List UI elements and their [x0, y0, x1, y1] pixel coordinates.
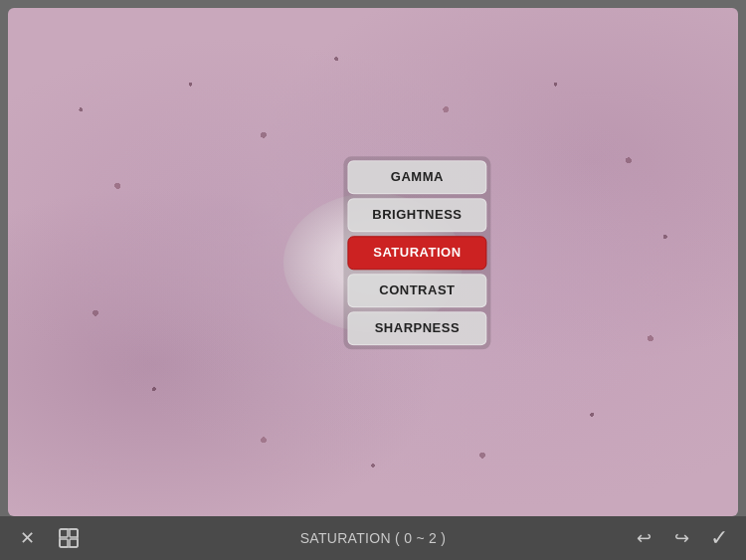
status-text: SATURATION ( 0 ~ 2 ) [300, 530, 447, 546]
bottom-toolbar: SATURATION ( 0 ~ 2 ) ↩ ↪ ✓ [0, 516, 746, 560]
close-button[interactable] [12, 523, 42, 553]
close-icon [20, 527, 35, 549]
main-image-area: GAMMABRIGHTNESSSATURATIONCONTRASTSHARPNE… [8, 8, 738, 516]
undo-button[interactable]: ↩ [629, 523, 658, 553]
confirm-icon: ✓ [710, 525, 728, 551]
redo-icon: ↪ [674, 527, 689, 549]
menu-item-gamma[interactable]: GAMMA [347, 160, 486, 194]
menu-item-contrast[interactable]: CONTRAST [347, 274, 486, 307]
svg-rect-0 [60, 529, 78, 547]
menu-item-sharpness[interactable]: SHARPNESS [347, 311, 486, 345]
toolbar-right-controls: ↩ ↪ ✓ [629, 523, 734, 553]
redo-button[interactable]: ↪ [666, 523, 696, 553]
toolbar-left-controls [12, 523, 84, 553]
svg-rect-2 [70, 529, 78, 537]
adjustment-popup-menu: GAMMABRIGHTNESSSATURATIONCONTRASTSHARPNE… [343, 156, 490, 349]
svg-rect-3 [60, 539, 68, 547]
gallery-button[interactable] [54, 523, 84, 553]
svg-rect-4 [70, 539, 78, 547]
undo-icon: ↩ [637, 527, 652, 549]
menu-item-saturation[interactable]: SATURATION [347, 236, 486, 270]
menu-item-brightness[interactable]: BRIGHTNESS [347, 198, 486, 232]
svg-rect-1 [60, 529, 68, 537]
gallery-icon [58, 527, 80, 549]
confirm-button[interactable]: ✓ [704, 523, 734, 553]
